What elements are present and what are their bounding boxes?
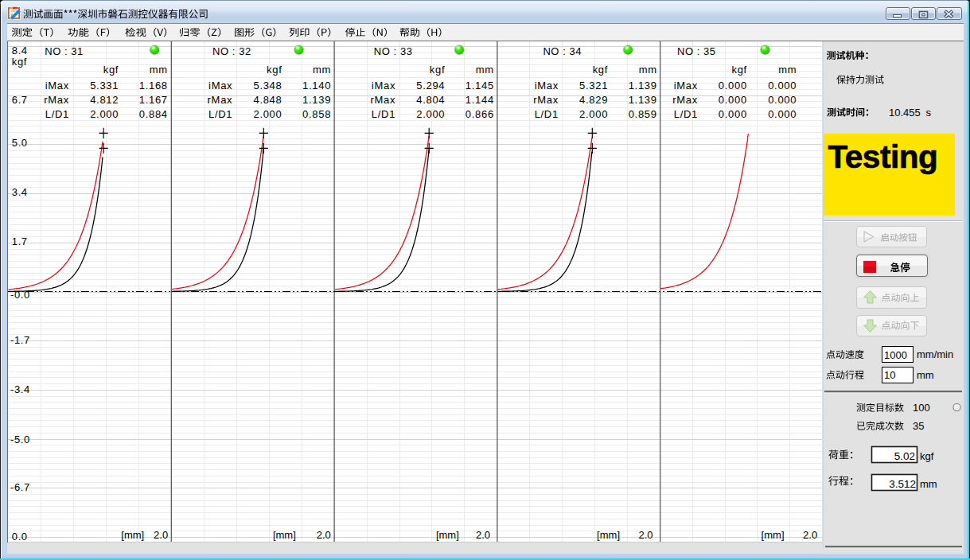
svg-text:1.167: 1.167 xyxy=(139,94,168,106)
svg-text:0.859: 0.859 xyxy=(629,108,657,120)
svg-text:35: 35 xyxy=(913,420,924,432)
svg-text:NO : 33: NO : 33 xyxy=(374,45,413,57)
svg-text:NO : 31: NO : 31 xyxy=(45,45,84,57)
svg-text:mm: mm xyxy=(150,64,168,76)
svg-text:[mm]: [mm] xyxy=(273,529,296,541)
svg-text:kgf: kgf xyxy=(920,450,934,462)
svg-text:2.000: 2.000 xyxy=(579,108,608,120)
svg-text:[mm]: [mm] xyxy=(597,529,620,541)
svg-text:10.455: 10.455 xyxy=(889,107,921,119)
svg-text:1000: 1000 xyxy=(884,349,907,361)
svg-text:1.168: 1.168 xyxy=(139,80,168,91)
svg-text:-1.7: -1.7 xyxy=(10,334,30,346)
svg-text:rMax: rMax xyxy=(533,94,559,106)
svg-text:L/D1: L/D1 xyxy=(535,108,559,120)
svg-text:NO : 32: NO : 32 xyxy=(212,45,251,57)
svg-text:[mm]: [mm] xyxy=(762,529,785,541)
svg-text:NO : 34: NO : 34 xyxy=(543,45,582,57)
svg-text:mm: mm xyxy=(639,64,657,76)
svg-text:rMax: rMax xyxy=(208,94,233,106)
svg-text:0.0: 0.0 xyxy=(12,531,28,542)
svg-text:2.0: 2.0 xyxy=(639,529,653,541)
svg-text:kgf: kgf xyxy=(267,64,282,76)
svg-text:2.0: 2.0 xyxy=(803,529,817,541)
svg-text:iMax: iMax xyxy=(535,80,559,91)
svg-text:5.321: 5.321 xyxy=(579,80,608,91)
svg-text:NO : 35: NO : 35 xyxy=(677,45,716,57)
svg-text:1.145: 1.145 xyxy=(466,80,494,91)
svg-text:0.858: 0.858 xyxy=(302,108,331,120)
svg-text:s: s xyxy=(926,107,932,119)
svg-text:1.7: 1.7 xyxy=(12,235,28,247)
svg-text:mm: mm xyxy=(778,64,797,76)
svg-text:2.000: 2.000 xyxy=(253,108,282,120)
svg-text:kgf: kgf xyxy=(12,56,27,68)
svg-text:L/D1: L/D1 xyxy=(208,108,232,120)
svg-text:Testing: Testing xyxy=(828,138,938,175)
svg-text:0.000: 0.000 xyxy=(719,108,747,120)
svg-text:0.866: 0.866 xyxy=(466,108,494,120)
svg-text:1.144: 1.144 xyxy=(466,94,494,106)
svg-text:kgf: kgf xyxy=(731,64,746,76)
svg-text:-3.4: -3.4 xyxy=(10,383,30,395)
svg-text:L/D1: L/D1 xyxy=(45,108,69,120)
svg-text:4.848: 4.848 xyxy=(253,94,282,106)
svg-text:6.7: 6.7 xyxy=(12,94,28,106)
svg-text:mm: mm xyxy=(920,478,937,490)
svg-text:mm/min: mm/min xyxy=(917,348,953,360)
svg-text:1.139: 1.139 xyxy=(629,80,657,91)
svg-text:rMax: rMax xyxy=(370,94,395,106)
svg-text:5.294: 5.294 xyxy=(416,80,445,91)
svg-text:kgf: kgf xyxy=(430,64,445,76)
svg-text:0.000: 0.000 xyxy=(719,94,747,106)
svg-text:2.0: 2.0 xyxy=(154,529,168,541)
svg-text:5.02: 5.02 xyxy=(894,450,915,462)
svg-text:2.000: 2.000 xyxy=(90,108,119,120)
svg-text:3.4: 3.4 xyxy=(12,186,28,198)
svg-text:5.331: 5.331 xyxy=(90,80,119,91)
svg-text:L/D1: L/D1 xyxy=(674,108,698,120)
svg-text:iMax: iMax xyxy=(674,80,698,91)
svg-text:1.139: 1.139 xyxy=(302,94,331,106)
svg-text:4.804: 4.804 xyxy=(416,94,445,106)
svg-text:mm: mm xyxy=(313,64,331,76)
svg-text:5.0: 5.0 xyxy=(12,137,28,149)
svg-text:0.884: 0.884 xyxy=(139,108,168,120)
svg-text:L/D1: L/D1 xyxy=(372,108,395,120)
svg-text:[mm]: [mm] xyxy=(436,529,459,541)
svg-text:1.140: 1.140 xyxy=(302,80,331,91)
svg-text:iMax: iMax xyxy=(45,80,69,91)
svg-text:kgf: kgf xyxy=(103,64,119,76)
svg-text:1.139: 1.139 xyxy=(629,94,657,106)
svg-text:mm: mm xyxy=(917,369,934,381)
svg-text:mm: mm xyxy=(476,64,494,76)
svg-text:0.000: 0.000 xyxy=(768,80,797,91)
svg-text:2.000: 2.000 xyxy=(416,108,445,120)
svg-text:5.348: 5.348 xyxy=(253,80,282,91)
svg-text:2.0: 2.0 xyxy=(317,529,331,541)
svg-text:-0.0: -0.0 xyxy=(10,289,30,301)
svg-text:kgf: kgf xyxy=(593,64,608,76)
svg-text:3.512: 3.512 xyxy=(889,478,916,490)
svg-text:100: 100 xyxy=(913,402,930,414)
svg-text:iMax: iMax xyxy=(208,80,232,91)
svg-text:iMax: iMax xyxy=(372,80,395,91)
svg-text:rMax: rMax xyxy=(44,94,69,106)
svg-text:2.0: 2.0 xyxy=(476,529,490,541)
svg-text:0.000: 0.000 xyxy=(719,80,747,91)
svg-text:-6.7: -6.7 xyxy=(10,481,30,493)
svg-text:4.812: 4.812 xyxy=(90,94,119,106)
svg-text:10: 10 xyxy=(884,369,895,381)
svg-text:rMax: rMax xyxy=(672,94,698,106)
svg-text:0.000: 0.000 xyxy=(768,94,797,106)
svg-text:4.829: 4.829 xyxy=(579,94,608,106)
svg-text:0.000: 0.000 xyxy=(768,108,797,120)
svg-text:-5.0: -5.0 xyxy=(10,434,30,445)
svg-text:[mm]: [mm] xyxy=(121,529,144,541)
